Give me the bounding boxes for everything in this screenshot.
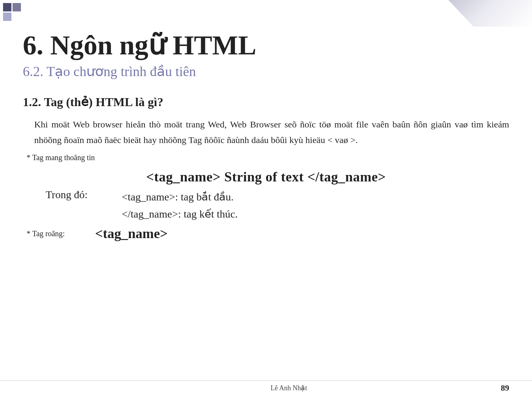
top-right-decoration bbox=[448, 0, 532, 27]
footer-author: Lê Anh Nhật bbox=[0, 384, 532, 392]
subtitle: 6.2. Tạo chương trình đầu tiên bbox=[23, 64, 509, 79]
detail-row-1: Trong đó: <tag_name>: tag bắt đầu. </tag… bbox=[46, 189, 509, 223]
code-block: <tag_name> String of text </tag_name> bbox=[23, 169, 509, 185]
footer-page: 89 bbox=[501, 383, 509, 393]
code-main-line: <tag_name> String of text </tag_name> bbox=[146, 169, 386, 184]
tag-empty-label: * Tag roãng: bbox=[27, 229, 95, 238]
square-2 bbox=[13, 3, 21, 11]
detail-value-1: <tag_name>: tag bắt đầu. bbox=[122, 189, 238, 206]
square-3 bbox=[3, 13, 11, 21]
note1: * Tag mang thoâng tin bbox=[23, 153, 509, 162]
tag-empty-row: * Tag roãng: <tag_name> bbox=[23, 226, 509, 242]
footer-divider bbox=[0, 380, 532, 381]
square-4 bbox=[13, 13, 21, 21]
footer: Lê Anh Nhật 89 bbox=[0, 384, 532, 392]
section-heading: 1.2. Tag (thẻ) HTML là gì? bbox=[23, 95, 509, 109]
detail-table: Trong đó: <tag_name>: tag bắt đầu. </tag… bbox=[23, 189, 509, 223]
detail-value-2: </tag_name>: tag kết thúc. bbox=[122, 206, 238, 223]
detail-values: <tag_name>: tag bắt đầu. </tag_name>: ta… bbox=[122, 189, 238, 223]
main-title: 6. Ngôn ngữ HTML bbox=[23, 30, 509, 60]
slide-content: 6. Ngôn ngữ HTML 6.2. Tạo chương trình đ… bbox=[23, 30, 509, 376]
top-left-decoration bbox=[3, 3, 21, 21]
square-1 bbox=[3, 3, 11, 11]
tag-empty-code: <tag_name> bbox=[95, 226, 168, 242]
body-paragraph: Khi moät Web browser hieån thò moät tran… bbox=[23, 117, 509, 148]
detail-label: Trong đó: bbox=[46, 189, 122, 201]
